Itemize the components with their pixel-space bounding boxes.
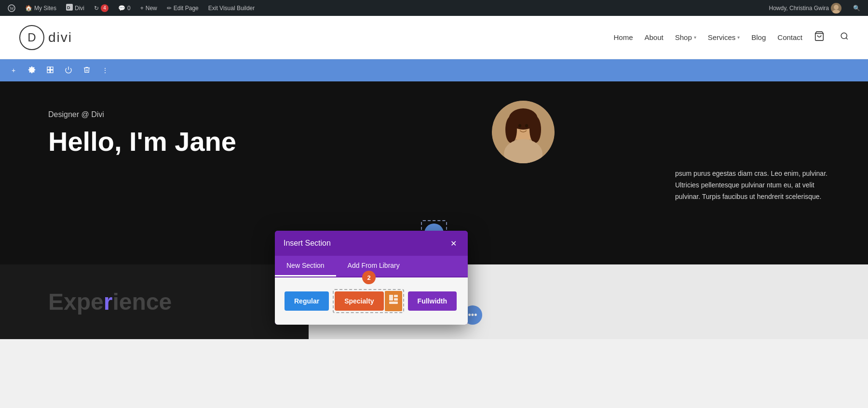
hero-body-text: psum purus egestas diam cras. Leo enim, … bbox=[675, 168, 829, 202]
svg-rect-9 bbox=[47, 67, 50, 69]
nav-shop[interactable]: Shop ▾ bbox=[675, 31, 696, 43]
comment-icon: 💬 bbox=[118, 5, 125, 12]
edit-icon: ✏ bbox=[167, 5, 172, 12]
experience-title-text: Expe bbox=[48, 289, 104, 315]
wordpress-icon: W bbox=[8, 4, 15, 12]
new-section-tab[interactable]: New Section bbox=[275, 256, 336, 276]
divi-item[interactable]: D Divi bbox=[62, 0, 88, 16]
svg-rect-23 bbox=[389, 295, 393, 301]
modal-close-btn[interactable]: ✕ bbox=[448, 237, 459, 249]
specialty-layout-icon bbox=[385, 291, 402, 311]
nav-contact-label: Contact bbox=[777, 33, 802, 41]
specialty-btn-label: Specialty bbox=[344, 297, 374, 305]
nav-blog-label: Blog bbox=[751, 33, 766, 41]
search-icon: 🔍 bbox=[853, 5, 860, 12]
gear-icon bbox=[28, 66, 36, 75]
svg-point-4 bbox=[834, 5, 839, 10]
modal-title: Insert Section bbox=[284, 239, 331, 248]
svg-rect-25 bbox=[394, 298, 398, 301]
logo-circle-d: D bbox=[19, 25, 44, 50]
hero-avatar bbox=[492, 101, 555, 163]
regular-section-btn[interactable]: Regular bbox=[285, 291, 329, 311]
home-icon: 🏠 bbox=[25, 5, 32, 12]
wp-logo-item[interactable]: W bbox=[4, 0, 19, 16]
more-options-btn[interactable]: ⋮ bbox=[97, 63, 113, 78]
updates-item[interactable]: ↻ 4 bbox=[90, 0, 112, 16]
my-sites-item[interactable]: 🏠 My Sites bbox=[21, 0, 60, 16]
my-sites-label: My Sites bbox=[34, 5, 56, 12]
nav-services-label: Services bbox=[708, 33, 736, 41]
modal-header: Insert Section ✕ bbox=[275, 231, 468, 256]
exit-visual-builder-item[interactable]: Exit Visual Builder bbox=[204, 0, 259, 16]
nav-home[interactable]: Home bbox=[613, 31, 633, 43]
settings-btn[interactable] bbox=[24, 63, 40, 78]
trash-icon bbox=[83, 66, 91, 75]
updates-count: 4 bbox=[101, 4, 108, 12]
logo-letter: D bbox=[27, 31, 36, 44]
howdy-text: Howdy, Christina Gwira bbox=[769, 5, 829, 12]
avatar bbox=[831, 3, 841, 13]
refresh-icon: ↻ bbox=[94, 5, 99, 12]
svg-rect-11 bbox=[47, 70, 50, 72]
nav-about[interactable]: About bbox=[644, 31, 663, 43]
edit-page-label: Edit Page bbox=[174, 5, 199, 12]
howdy-item[interactable]: Howdy, Christina Gwira bbox=[765, 3, 845, 13]
regular-btn-label: Regular bbox=[294, 297, 319, 305]
divi-icon: D bbox=[66, 4, 73, 12]
fullwidth-section-btn[interactable]: Fullwidth bbox=[408, 291, 457, 311]
site-header: D divi Home About Shop ▾ Services ▾ Blog bbox=[0, 16, 868, 59]
svg-rect-26 bbox=[389, 302, 398, 304]
fullwidth-btn-label: Fullwidth bbox=[418, 297, 447, 305]
admin-bar-right: Howdy, Christina Gwira 🔍 bbox=[765, 3, 864, 13]
hero-subtitle: Designer @ Divi bbox=[48, 110, 236, 119]
nav-search-icon[interactable] bbox=[840, 32, 849, 43]
ellipsis-icon: ••• bbox=[468, 310, 477, 320]
experience-title-rest: ience bbox=[112, 289, 172, 315]
edit-page-item[interactable]: ✏ Edit Page bbox=[163, 0, 203, 16]
svg-point-5 bbox=[832, 10, 840, 13]
add-module-btn[interactable]: + bbox=[6, 63, 21, 78]
plus-icon: + bbox=[12, 66, 15, 74]
exit-vb-label: Exit Visual Builder bbox=[208, 5, 255, 12]
step-2-label: 2 bbox=[367, 274, 370, 281]
nav-blog[interactable]: Blog bbox=[751, 31, 766, 43]
site-logo[interactable]: D divi bbox=[19, 25, 72, 50]
svg-text:W: W bbox=[10, 6, 14, 11]
nav-contact[interactable]: Contact bbox=[777, 31, 802, 43]
svg-line-8 bbox=[846, 38, 847, 39]
power-btn[interactable] bbox=[61, 63, 76, 78]
specialty-section-wrapper: Specialty bbox=[333, 289, 404, 313]
comments-item[interactable]: 💬 0 bbox=[114, 0, 135, 16]
modal-body: 2 Regular Specialty bbox=[275, 277, 468, 325]
delete-btn[interactable] bbox=[79, 63, 95, 78]
nav-home-label: Home bbox=[613, 33, 633, 41]
admin-search-item[interactable]: 🔍 bbox=[849, 5, 864, 12]
step-2-badge: 2 bbox=[362, 271, 376, 284]
admin-bar: W 🏠 My Sites D Divi ↻ 4 💬 0 + New ✏ Edit… bbox=[0, 0, 868, 16]
svg-text:D: D bbox=[67, 5, 70, 10]
nav-services[interactable]: Services ▾ bbox=[708, 31, 740, 43]
svg-rect-10 bbox=[51, 67, 53, 69]
svg-rect-24 bbox=[394, 295, 398, 297]
hero-title: Hello, I'm Jane bbox=[48, 127, 236, 157]
chevron-down-icon: ▾ bbox=[694, 35, 696, 40]
site-nav: Home About Shop ▾ Services ▾ Blog Contac… bbox=[613, 31, 849, 44]
svg-point-18 bbox=[505, 116, 517, 143]
layout-btn[interactable] bbox=[42, 63, 58, 78]
divi-label: Divi bbox=[75, 5, 84, 12]
layout-icon bbox=[46, 66, 54, 75]
new-section-tab-label: New Section bbox=[286, 262, 325, 269]
comments-count: 0 bbox=[127, 5, 131, 12]
specialty-section-btn[interactable]: Specialty bbox=[335, 291, 383, 311]
add-from-library-tab-label: Add From Library bbox=[348, 262, 400, 269]
new-label: New bbox=[146, 5, 157, 12]
cart-icon[interactable] bbox=[814, 31, 825, 44]
svg-point-21 bbox=[518, 124, 521, 128]
power-icon bbox=[65, 66, 72, 75]
plus-icon: + bbox=[140, 5, 144, 12]
experience-title-highlight: r bbox=[104, 289, 113, 315]
logo-text: divi bbox=[48, 30, 72, 45]
builder-toolbar: + ⋮ bbox=[0, 59, 868, 81]
close-icon: ✕ bbox=[450, 239, 457, 248]
new-item[interactable]: + New bbox=[136, 0, 161, 16]
